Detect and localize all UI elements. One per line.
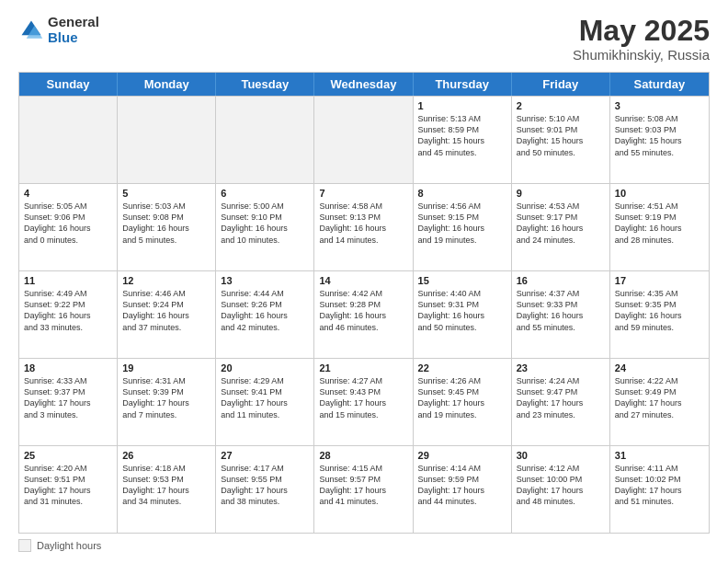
cell-info: Sunrise: 4:29 AM Sunset: 9:41 PM Dayligh…: [221, 375, 309, 420]
day-number: 26: [122, 450, 210, 461]
week-row-2: 4Sunrise: 5:05 AM Sunset: 9:06 PM Daylig…: [19, 183, 709, 270]
day-number: 20: [221, 362, 309, 373]
calendar-header-row: SundayMondayTuesdayWednesdayThursdayFrid…: [19, 73, 709, 96]
cell-info: Sunrise: 5:03 AM Sunset: 9:08 PM Dayligh…: [122, 201, 210, 246]
cal-cell-5-2: 26Sunrise: 4:18 AM Sunset: 9:53 PM Dayli…: [118, 446, 216, 533]
cal-cell-5-1: 25Sunrise: 4:20 AM Sunset: 9:51 PM Dayli…: [19, 446, 118, 533]
cell-info: Sunrise: 4:14 AM Sunset: 9:59 PM Dayligh…: [418, 463, 506, 508]
cell-info: Sunrise: 4:26 AM Sunset: 9:45 PM Dayligh…: [418, 375, 506, 420]
title-location: Shumikhinskiy, Russia: [573, 47, 710, 63]
cell-info: Sunrise: 4:44 AM Sunset: 9:26 PM Dayligh…: [221, 288, 309, 333]
cell-info: Sunrise: 4:35 AM Sunset: 9:35 PM Dayligh…: [615, 288, 704, 333]
week-row-1: 1Sunrise: 5:13 AM Sunset: 8:59 PM Daylig…: [19, 96, 709, 183]
cal-cell-4-5: 22Sunrise: 4:26 AM Sunset: 9:45 PM Dayli…: [414, 359, 512, 445]
week-row-4: 18Sunrise: 4:33 AM Sunset: 9:37 PM Dayli…: [19, 358, 709, 445]
cell-info: Sunrise: 4:31 AM Sunset: 9:39 PM Dayligh…: [122, 375, 210, 420]
day-number: 21: [319, 362, 407, 373]
day-number: 19: [122, 362, 210, 373]
cal-cell-5-7: 31Sunrise: 4:11 AM Sunset: 10:02 PM Dayl…: [610, 446, 709, 533]
day-number: 12: [122, 275, 210, 286]
cal-cell-2-7: 10Sunrise: 4:51 AM Sunset: 9:19 PM Dayli…: [610, 184, 709, 270]
day-number: 11: [24, 275, 112, 286]
cal-cell-2-6: 9Sunrise: 4:53 AM Sunset: 9:17 PM Daylig…: [512, 184, 610, 270]
cell-info: Sunrise: 5:10 AM Sunset: 9:01 PM Dayligh…: [517, 113, 605, 158]
day-number: 3: [615, 100, 704, 111]
cell-info: Sunrise: 4:27 AM Sunset: 9:43 PM Dayligh…: [319, 375, 407, 420]
cal-cell-5-5: 29Sunrise: 4:14 AM Sunset: 9:59 PM Dayli…: [414, 446, 512, 533]
cell-info: Sunrise: 4:12 AM Sunset: 10:00 PM Daylig…: [517, 463, 605, 508]
title-month: May 2025: [573, 15, 710, 47]
footer: Daylight hours: [18, 539, 710, 552]
cal-cell-4-1: 18Sunrise: 4:33 AM Sunset: 9:37 PM Dayli…: [19, 359, 118, 445]
cell-info: Sunrise: 4:17 AM Sunset: 9:55 PM Dayligh…: [221, 463, 309, 508]
day-number: 1: [418, 100, 506, 111]
header-cell-sunday: Sunday: [19, 73, 118, 96]
day-number: 4: [24, 188, 112, 199]
cell-info: Sunrise: 4:53 AM Sunset: 9:17 PM Dayligh…: [517, 201, 605, 246]
cal-cell-1-2: [118, 97, 216, 183]
footer-shaded-box: [18, 539, 31, 552]
day-number: 27: [221, 450, 309, 461]
cal-cell-2-2: 5Sunrise: 5:03 AM Sunset: 9:08 PM Daylig…: [118, 184, 216, 270]
title-block: May 2025 Shumikhinskiy, Russia: [573, 15, 710, 63]
day-number: 29: [418, 450, 506, 461]
logo-icon: [18, 17, 44, 43]
logo: General Blue: [18, 15, 99, 45]
cell-info: Sunrise: 4:33 AM Sunset: 9:37 PM Dayligh…: [24, 375, 112, 420]
logo-blue: Blue: [48, 29, 78, 45]
logo-general: General: [48, 14, 99, 29]
cal-cell-3-3: 13Sunrise: 4:44 AM Sunset: 9:26 PM Dayli…: [216, 271, 314, 358]
page: General Blue May 2025 Shumikhinskiy, Rus…: [0, 0, 728, 563]
cal-cell-1-7: 3Sunrise: 5:08 AM Sunset: 9:03 PM Daylig…: [610, 97, 709, 183]
cell-info: Sunrise: 4:15 AM Sunset: 9:57 PM Dayligh…: [319, 463, 407, 508]
day-number: 9: [517, 188, 605, 199]
cell-info: Sunrise: 4:46 AM Sunset: 9:24 PM Dayligh…: [122, 288, 210, 333]
day-number: 31: [615, 450, 704, 461]
cal-cell-2-3: 6Sunrise: 5:00 AM Sunset: 9:10 PM Daylig…: [216, 184, 314, 270]
cal-cell-5-3: 27Sunrise: 4:17 AM Sunset: 9:55 PM Dayli…: [216, 446, 314, 533]
cell-info: Sunrise: 5:05 AM Sunset: 9:06 PM Dayligh…: [24, 201, 112, 246]
day-number: 14: [319, 275, 407, 286]
cell-info: Sunrise: 4:24 AM Sunset: 9:47 PM Dayligh…: [517, 375, 605, 420]
day-number: 10: [615, 188, 704, 199]
cell-info: Sunrise: 4:49 AM Sunset: 9:22 PM Dayligh…: [24, 288, 112, 333]
cell-info: Sunrise: 4:51 AM Sunset: 9:19 PM Dayligh…: [615, 201, 704, 246]
header-cell-monday: Monday: [118, 73, 216, 96]
cal-cell-1-4: [314, 97, 413, 183]
week-row-5: 25Sunrise: 4:20 AM Sunset: 9:51 PM Dayli…: [19, 445, 709, 533]
day-number: 17: [615, 275, 704, 286]
header-cell-friday: Friday: [512, 73, 610, 96]
cal-cell-1-3: [216, 97, 314, 183]
day-number: 6: [221, 188, 309, 199]
cell-info: Sunrise: 4:22 AM Sunset: 9:49 PM Dayligh…: [615, 375, 704, 420]
cal-cell-3-5: 15Sunrise: 4:40 AM Sunset: 9:31 PM Dayli…: [414, 271, 512, 358]
cell-info: Sunrise: 4:56 AM Sunset: 9:15 PM Dayligh…: [418, 201, 506, 246]
day-number: 24: [615, 362, 704, 373]
cal-cell-5-6: 30Sunrise: 4:12 AM Sunset: 10:00 PM Dayl…: [512, 446, 610, 533]
cal-cell-5-4: 28Sunrise: 4:15 AM Sunset: 9:57 PM Dayli…: [314, 446, 413, 533]
cell-info: Sunrise: 4:58 AM Sunset: 9:13 PM Dayligh…: [319, 201, 407, 246]
day-number: 8: [418, 188, 506, 199]
day-number: 16: [517, 275, 605, 286]
day-number: 15: [418, 275, 506, 286]
cell-info: Sunrise: 4:11 AM Sunset: 10:02 PM Daylig…: [615, 463, 704, 508]
cal-cell-4-6: 23Sunrise: 4:24 AM Sunset: 9:47 PM Dayli…: [512, 359, 610, 445]
cell-info: Sunrise: 4:18 AM Sunset: 9:53 PM Dayligh…: [122, 463, 210, 508]
header-cell-saturday: Saturday: [610, 73, 709, 96]
calendar: SundayMondayTuesdayWednesdayThursdayFrid…: [18, 72, 710, 534]
cell-info: Sunrise: 4:20 AM Sunset: 9:51 PM Dayligh…: [24, 463, 112, 508]
cell-info: Sunrise: 4:37 AM Sunset: 9:33 PM Dayligh…: [517, 288, 605, 333]
logo-text: General Blue: [48, 15, 99, 45]
day-number: 28: [319, 450, 407, 461]
day-number: 7: [319, 188, 407, 199]
cell-info: Sunrise: 5:00 AM Sunset: 9:10 PM Dayligh…: [221, 201, 309, 246]
header: General Blue May 2025 Shumikhinskiy, Rus…: [18, 15, 710, 63]
day-number: 23: [517, 362, 605, 373]
cell-info: Sunrise: 5:13 AM Sunset: 8:59 PM Dayligh…: [418, 113, 506, 158]
day-number: 5: [122, 188, 210, 199]
cell-info: Sunrise: 4:42 AM Sunset: 9:28 PM Dayligh…: [319, 288, 407, 333]
day-number: 30: [517, 450, 605, 461]
cal-cell-4-3: 20Sunrise: 4:29 AM Sunset: 9:41 PM Dayli…: [216, 359, 314, 445]
day-number: 25: [24, 450, 112, 461]
cal-cell-1-5: 1Sunrise: 5:13 AM Sunset: 8:59 PM Daylig…: [414, 97, 512, 183]
